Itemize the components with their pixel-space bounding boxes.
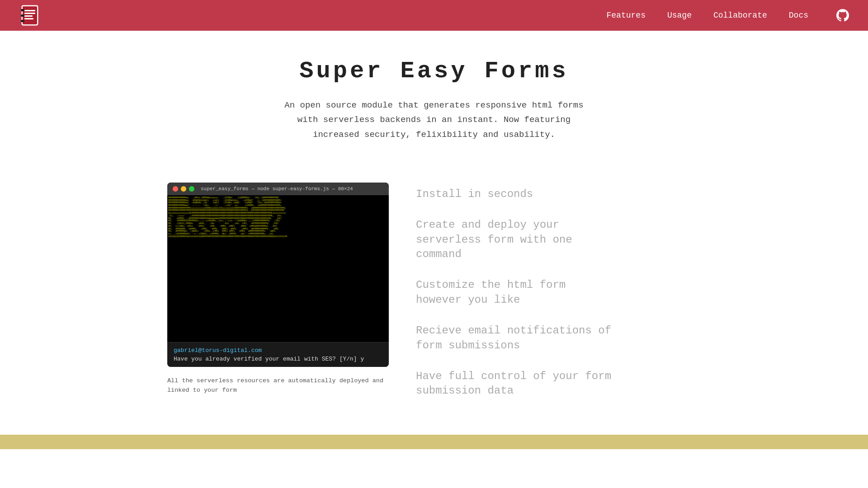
svg-rect-5 (24, 18, 33, 19)
feature-item-2: Customize the html formhowever you like (416, 278, 701, 307)
terminal-title: super_easy_forms — node super-easy-forms… (201, 186, 353, 192)
nav-features[interactable]: Features (607, 11, 646, 20)
svg-rect-8 (21, 20, 24, 22)
nav-links: Features Usage Collaborate Docs (607, 8, 850, 23)
svg-rect-3 (24, 13, 35, 14)
feature-item-3: Recieve email notifications ofform submi… (416, 324, 701, 353)
terminal-window: super_easy_forms — node super-easy-forms… (167, 183, 389, 367)
terminal-ascii-art: MMMMMMMMMMMMWd. ,0NXo:0MMMW0xoooo: ;OXMW… (167, 195, 389, 240)
hero-section: Super Easy Forms An open source module t… (0, 31, 868, 183)
traffic-light-green (189, 186, 194, 192)
svg-rect-6 (21, 9, 24, 11)
terminal-email: gabriel@torus-digital.com (174, 347, 382, 354)
terminal-titlebar: super_easy_forms — node super-easy-forms… (167, 183, 389, 195)
hero-title: Super Easy Forms (18, 58, 850, 84)
hero-subtitle: An open source module that generates res… (253, 98, 615, 142)
feature-item-4: Have full control of your formsubmission… (416, 369, 701, 399)
nav-collaborate[interactable]: Collaborate (713, 11, 767, 20)
github-icon (835, 8, 850, 23)
features-list: Install in seconds Create and deploy you… (416, 183, 701, 399)
nav-docs[interactable]: Docs (789, 11, 808, 20)
feature-item-1: Create and deploy yourserverless form wi… (416, 218, 701, 262)
main-content: super_easy_forms — node super-easy-forms… (140, 183, 728, 435)
svg-rect-7 (21, 14, 24, 17)
svg-rect-4 (24, 15, 33, 17)
logo-icon (18, 4, 42, 27)
nav-usage[interactable]: Usage (667, 11, 692, 20)
terminal-section: super_easy_forms — node super-easy-forms… (167, 183, 389, 395)
terminal-body: MMMMMMMMMMMMWd. ,0NXo:0MMMW0xoooo: ;OXMW… (167, 195, 389, 342)
footer-band (0, 435, 868, 449)
navbar: Features Usage Collaborate Docs (0, 0, 868, 31)
terminal-prompt: Have you already verified your email wit… (174, 356, 382, 362)
terminal-caption: All the serverless resources are automat… (167, 376, 389, 395)
terminal-prompt-section: gabriel@torus-digital.com Have you alrea… (167, 342, 389, 367)
traffic-light-yellow (181, 186, 186, 192)
traffic-light-red (173, 186, 178, 192)
logo-link[interactable] (18, 4, 42, 27)
svg-rect-2 (24, 10, 35, 11)
github-link[interactable] (835, 8, 850, 23)
feature-item-0: Install in seconds (416, 187, 701, 202)
